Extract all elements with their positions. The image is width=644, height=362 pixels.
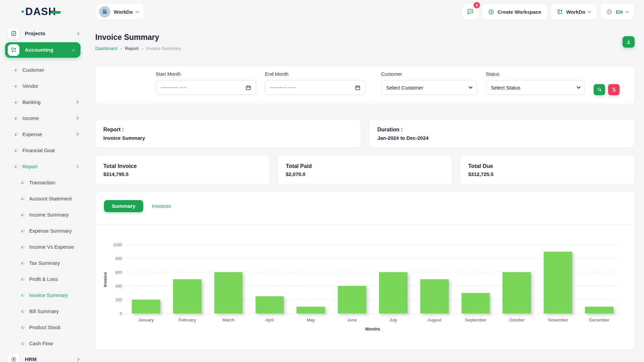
bar-november[interactable] [544,252,572,314]
x-axis-labels: JanuaryFebruaryMarchAprilMayJuneJulyAugu… [125,317,620,322]
download-button[interactable] [623,36,635,48]
person-target-icon [11,356,17,362]
bar-october[interactable] [502,272,531,313]
sidebar-item-report[interactable]: Report [0,158,86,174]
accounting-icon-tile [8,44,19,56]
breadcrumb-report[interactable]: Report [125,46,139,51]
bar-february[interactable] [173,279,202,314]
chat-icon [467,8,474,15]
stat-value: $2,070.0 [286,171,444,177]
search-button[interactable] [594,84,605,95]
y-tick-label: 600 [115,270,122,275]
chevron-down-icon [72,48,75,51]
workspace-name: WorkDo [114,9,133,15]
report-label: Report : [103,127,353,133]
sidebar-item-financial-goal[interactable]: Financial Goal [0,142,86,158]
sidebar-item-bill-summary[interactable]: Bill Summary [0,303,86,319]
bar-june[interactable] [338,286,366,313]
breadcrumb-dashboard[interactable]: Dashboard [95,46,117,51]
bullet-icon [14,68,18,72]
plot-area [125,245,620,314]
workspace-selector[interactable]: WorkDo [96,4,144,20]
sidebar-item-label: Account Statement [29,196,72,201]
sidebar-item-transaction[interactable]: Transaction [0,174,86,190]
customer-select[interactable]: Select Customer [381,80,477,95]
sidebar-item-projects[interactable]: Projects [0,26,86,41]
sidebar-item-accounting[interactable]: Accounting [5,42,80,58]
messages-button[interactable]: 0 [462,4,478,20]
main-content: Invoice Summary Dashboard › Report › Inv… [86,23,644,350]
sidebar-item-label: Vendor [22,83,39,89]
chevron-right-icon [75,100,79,104]
start-month-input[interactable]: --------- ---- [156,80,256,95]
sidebar-item-label: Banking [22,99,41,105]
bar-january[interactable] [132,300,160,313]
bar-april[interactable] [256,296,284,313]
sidebar-item-hrm[interactable]: HRM [0,352,86,362]
x-tick [290,314,332,315]
sidebar-item-product-stock[interactable]: Product Stock [0,319,86,335]
bar-august[interactable] [420,279,449,314]
chevron-right-icon [75,165,79,168]
sidebar-item-customer[interactable]: Customer [0,62,86,78]
clear-filter-icon [611,87,616,92]
tab-invoices[interactable]: Invoices [152,203,171,209]
status-select[interactable]: Select Status [486,80,585,95]
sidebar-item-income-summary[interactable]: Income Summary [0,206,86,223]
sidebar-item-income[interactable]: Income [0,110,86,126]
bar-september[interactable] [462,293,490,314]
bar-slot [496,245,537,313]
end-month-input[interactable]: --------- ---- [265,80,366,95]
sidebar-item-income-vs-expense[interactable]: Income Vs Expense [0,239,86,255]
bar-december[interactable] [585,307,613,314]
app-logo[interactable]: DASH [25,6,61,18]
sidebar-item-banking[interactable]: Banking [0,94,86,110]
language-selector[interactable]: EN [600,4,634,20]
bar-may[interactable] [297,307,325,314]
sidebar-item-label: Report [22,164,38,169]
x-tick-label: May [290,317,331,322]
sidebar-item-label: Profit & Loss [29,276,58,282]
y-tick-label: 200 [115,298,122,302]
bullet-icon [21,309,25,313]
sidebar-item-label: Cash Flow [29,341,53,346]
sidebar-item-profit-loss[interactable]: Profit & Loss [0,271,86,287]
bullet-icon [14,116,18,120]
create-workspace-button[interactable]: Create Workspace [482,4,547,20]
reset-filter-button[interactable] [608,84,620,95]
tab-summary[interactable]: Summary [104,200,143,212]
bullet-icon [14,100,18,104]
breadcrumb-current: Invoice Summary [146,46,181,51]
sidebar-item-expense[interactable]: Expense [0,126,86,142]
stat-label: Total Due [468,163,627,169]
bullet-icon [21,245,25,249]
stat-label: Total Paid [286,163,444,169]
sidebar-item-cash-flow[interactable]: Cash Flow [0,335,86,351]
calendar-icon [246,85,251,90]
grid-plus-icon [11,47,17,53]
search-icon [597,87,602,92]
x-tick [496,314,538,315]
workspace-switcher-button[interactable]: WorkDo [551,4,596,20]
sidebar-item-expense-summary[interactable]: Expense Summary [0,223,86,239]
page-title: Invoice Summary [95,33,181,42]
y-axis-title-col: Invoice [101,245,109,314]
y-tick-label: 800 [115,256,122,261]
x-tick-label: July [373,317,414,322]
bullet-icon [21,180,25,185]
bullet-icon [21,213,25,217]
x-tick-label: February [167,317,208,322]
sidebar-item-label: Expense Summary [29,228,72,234]
globe-icon [606,8,613,15]
x-tick [455,314,496,315]
x-tick-label: June [331,317,373,322]
bullet-icon [21,196,25,201]
sidebar-item-tax-summary[interactable]: Tax Summary [0,255,86,271]
filter-panel: Start Month --------- ---- End Month ---… [95,66,635,104]
bar-slot [537,245,579,313]
bar-july[interactable] [379,272,408,313]
sidebar-item-account-statement[interactable]: Account Statement [0,190,86,206]
sidebar-item-invoice-summary[interactable]: Invoice Summary [0,287,86,303]
sidebar-item-vendor[interactable]: Vendor [0,78,86,94]
bar-march[interactable] [214,272,243,313]
